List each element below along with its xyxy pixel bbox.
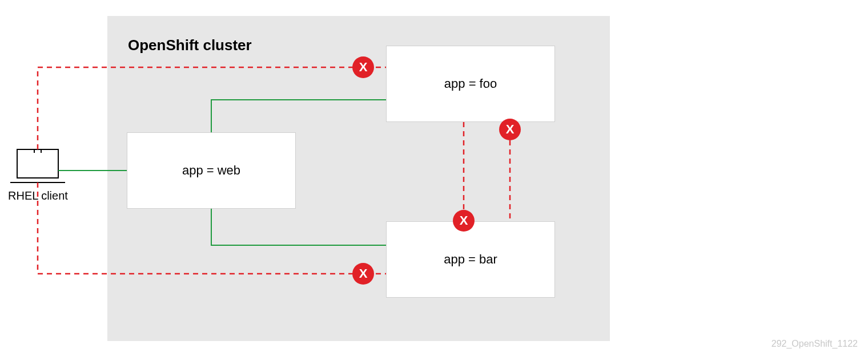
node-foo: app = foo (386, 46, 555, 122)
deny-badge-client-foo: X (352, 56, 374, 78)
deny-badge-client-bar: X (352, 263, 374, 285)
client-label: RHEL client (8, 189, 68, 202)
node-web-label: app = web (182, 163, 240, 178)
node-web: app = web (127, 132, 296, 209)
node-bar: app = bar (386, 221, 555, 298)
footer-id: 292_OpenShift_1122 (771, 339, 858, 349)
svg-rect-0 (17, 149, 58, 178)
deny-badge-foo-bar-right: X (499, 119, 521, 140)
node-foo-label: app = foo (444, 76, 497, 91)
cluster-title: OpenShift cluster (128, 36, 252, 54)
deny-badge-foo-bar-left: X (453, 210, 475, 232)
node-bar-label: app = bar (444, 252, 497, 267)
